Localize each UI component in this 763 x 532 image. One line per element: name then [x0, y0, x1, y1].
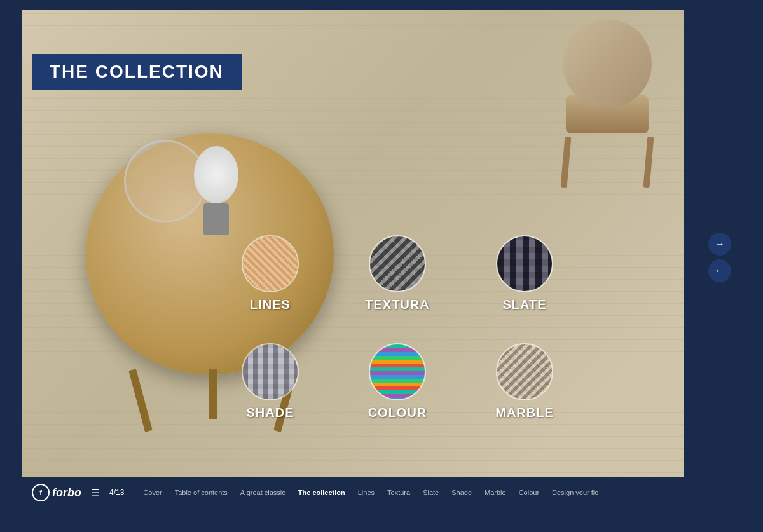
lamp-shade	[194, 146, 238, 203]
nav-item-colour[interactable]: Colour	[512, 489, 546, 496]
collection-item-slate[interactable]: SLATE	[480, 235, 569, 337]
collection-item-lines[interactable]: LINES	[226, 235, 315, 337]
forbo-logo: f forbo	[32, 484, 81, 501]
chair-back	[563, 19, 652, 108]
colour-label: COLOUR	[368, 406, 427, 420]
nav-item-collection[interactable]: The collection	[292, 489, 352, 496]
nav-item-toc[interactable]: Table of contents	[168, 489, 234, 496]
nav-item-lines[interactable]: Lines	[352, 489, 381, 496]
logo-brand: forbo	[52, 486, 81, 500]
collection-item-colour[interactable]: COLOUR	[353, 343, 442, 445]
menu-button[interactable]: ☰	[91, 487, 100, 499]
colour-texture	[370, 344, 425, 399]
marble-texture	[497, 344, 552, 399]
shade-texture	[243, 344, 298, 399]
arrow-left-icon: ←	[715, 265, 725, 276]
arrow-right-icon: →	[715, 238, 725, 250]
nav-item-marble[interactable]: Marble	[478, 489, 512, 496]
chair-decoration	[550, 19, 664, 197]
page-count: 4/13	[109, 488, 124, 497]
slate-circle	[496, 235, 553, 292]
chair-leg-right	[643, 137, 654, 188]
collection-item-marble[interactable]: MARBLE	[480, 343, 569, 445]
nav-item-slate[interactable]: Slate	[416, 489, 445, 496]
lamp-decoration	[194, 153, 238, 235]
lines-texture	[243, 236, 298, 291]
slate-label: SLATE	[502, 297, 546, 312]
chair-leg-left	[561, 137, 572, 188]
lines-label: LINES	[250, 297, 291, 312]
textura-texture	[370, 236, 425, 291]
page-title: THE COLLECTION	[50, 62, 224, 81]
right-panel: → ←	[684, 6, 741, 508]
logo-text: f	[39, 489, 42, 496]
bottom-nav: f forbo ☰ 4/13 Cover Table of contents A…	[22, 477, 741, 508]
lines-circle	[242, 235, 299, 292]
nav-arrows: → ←	[708, 233, 731, 282]
colour-circle	[369, 343, 426, 400]
nav-item-design[interactable]: Design your flo	[546, 489, 605, 496]
slate-texture	[497, 236, 552, 291]
prev-arrow[interactable]: ←	[708, 259, 731, 282]
marble-circle	[496, 343, 553, 400]
nav-item-classic[interactable]: A great classic	[234, 489, 292, 496]
next-arrow[interactable]: →	[708, 233, 731, 256]
textura-circle	[369, 235, 426, 292]
shade-label: SHADE	[246, 406, 294, 420]
table-leg-center	[209, 369, 217, 419]
marble-label: MARBLE	[495, 406, 554, 420]
shade-circle	[242, 343, 299, 400]
nav-item-textura[interactable]: Textura	[381, 489, 416, 496]
nav-item-cover[interactable]: Cover	[137, 489, 168, 496]
main-wrapper: → ← THE COLLECTION	[22, 6, 741, 508]
chair-legs	[550, 137, 664, 188]
logo-circle: f	[32, 484, 50, 501]
lamp-base	[203, 203, 229, 235]
textura-label: TEXTURA	[365, 297, 429, 312]
collection-item-textura[interactable]: TEXTURA	[353, 235, 442, 337]
collection-grid: LINES TEXTURA SLATE SHADE COLOUR	[226, 235, 569, 445]
nav-item-shade[interactable]: Shade	[445, 489, 478, 496]
collection-item-shade[interactable]: SHADE	[226, 343, 315, 445]
